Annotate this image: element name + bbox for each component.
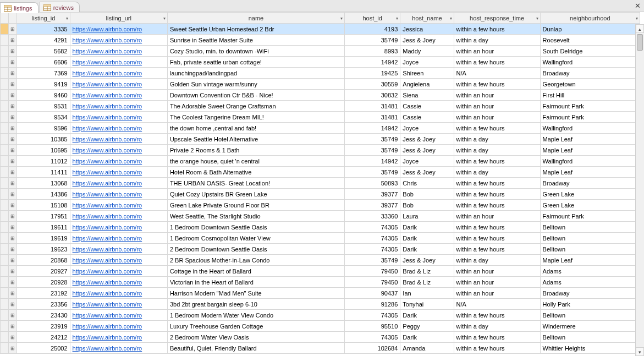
cell-name[interactable]: Quiet Cozy Upstairs BR Green Lake <box>167 189 344 200</box>
cell-listing_url[interactable]: https://www.airbnb.com/ro <box>70 343 167 354</box>
cell-host_id[interactable]: 8993 <box>345 46 400 57</box>
listing-url-link[interactable]: https://www.airbnb.com/ro <box>73 37 142 43</box>
cell-listing_url[interactable]: https://www.airbnb.com/ro <box>70 57 167 68</box>
cell-host_name[interactable]: Amanda <box>400 343 454 354</box>
cell-neighbourhood[interactable]: Maple Leaf <box>540 134 640 145</box>
cell-listing_id[interactable]: 24212 <box>17 332 70 343</box>
cell-listing_url[interactable]: https://www.airbnb.com/ro <box>70 101 167 112</box>
table-row[interactable]: ⊞9534https://www.airbnb.com/roThe Cooles… <box>1 112 640 123</box>
expand-row-icon[interactable]: ⊞ <box>9 57 17 68</box>
cell-neighbourhood[interactable]: Fairmount Park <box>540 112 640 123</box>
expand-row-icon[interactable]: ⊞ <box>9 178 17 189</box>
cell-name[interactable]: Upscale Seattle Hotel Alternative <box>167 134 344 145</box>
cell-listing_id[interactable]: 10695 <box>17 145 70 156</box>
cell-host_response_time[interactable]: within a few hours <box>454 200 540 211</box>
cell-host_id[interactable]: 74305 <box>345 244 400 255</box>
table-row[interactable]: ⊞24212https://www.airbnb.com/ro2 Bedroom… <box>1 332 640 343</box>
cell-host_response_time[interactable]: N/A <box>454 299 540 310</box>
expand-row-icon[interactable]: ⊞ <box>9 310 17 321</box>
cell-listing_url[interactable]: https://www.airbnb.com/ro <box>70 321 167 332</box>
cell-host_response_time[interactable]: within an hour <box>454 112 540 123</box>
cell-host_id[interactable]: 35749 <box>345 255 400 266</box>
table-row[interactable]: ⊞15108https://www.airbnb.com/roGreen Lak… <box>1 200 640 211</box>
cell-listing_id[interactable]: 20868 <box>17 255 70 266</box>
table-row[interactable]: ⊞10695https://www.airbnb.com/roPrivate 2… <box>1 145 640 156</box>
cell-host_response_time[interactable]: within a day <box>454 255 540 266</box>
cell-host_response_time[interactable]: within a day <box>454 167 540 178</box>
cell-host_response_time[interactable]: within a few hours <box>454 79 540 90</box>
listing-url-link[interactable]: https://www.airbnb.com/ro <box>73 158 142 165</box>
cell-host_response_time[interactable]: within a few hours <box>454 178 540 189</box>
row-selector[interactable] <box>1 343 9 354</box>
cell-listing_url[interactable]: https://www.airbnb.com/ro <box>70 332 167 343</box>
row-selector-header[interactable] <box>1 13 9 24</box>
chevron-down-icon[interactable]: ▾ <box>66 15 68 20</box>
cell-neighbourhood[interactable]: Wallingford <box>540 123 640 134</box>
cell-host_id[interactable]: 74305 <box>345 233 400 244</box>
expand-row-icon[interactable]: ⊞ <box>9 134 17 145</box>
expand-row-icon[interactable]: ⊞ <box>9 68 17 79</box>
cell-listing_id[interactable]: 20928 <box>17 277 70 288</box>
row-selector[interactable] <box>1 321 9 332</box>
cell-listing_id[interactable]: 19623 <box>17 244 70 255</box>
cell-host_name[interactable]: Shireen <box>400 68 454 79</box>
cell-listing_id[interactable]: 17951 <box>17 211 70 222</box>
cell-name[interactable]: Luxury Treehouse Garden Cottage <box>167 321 344 332</box>
cell-listing_url[interactable]: https://www.airbnb.com/ro <box>70 233 167 244</box>
cell-neighbourhood[interactable]: Windermere <box>540 321 640 332</box>
cell-neighbourhood[interactable]: Broadway <box>540 68 640 79</box>
table-row[interactable]: ⊞19611https://www.airbnb.com/ro1 Bedroom… <box>1 222 640 233</box>
row-selector[interactable] <box>1 134 9 145</box>
cell-host_id[interactable]: 35749 <box>345 167 400 178</box>
cell-listing_id[interactable]: 23356 <box>17 299 70 310</box>
cell-name[interactable]: 2 Bedroom Water View Oasis <box>167 332 344 343</box>
cell-listing_url[interactable]: https://www.airbnb.com/ro <box>70 255 167 266</box>
cell-name[interactable]: 2 Bedroom Downtown Seattle Oasis <box>167 244 344 255</box>
cell-listing_id[interactable]: 19611 <box>17 222 70 233</box>
cell-neighbourhood[interactable]: Belltown <box>540 233 640 244</box>
cell-host_id[interactable]: 50893 <box>345 178 400 189</box>
table-row[interactable]: ⊞6606https://www.airbnb.com/roFab, priva… <box>1 57 640 68</box>
cell-listing_id[interactable]: 9531 <box>17 101 70 112</box>
cell-neighbourhood[interactable]: Broadway <box>540 288 640 299</box>
col-header-neighbourhood[interactable]: neighbourhood▾ <box>540 13 640 24</box>
cell-host_response_time[interactable]: within an hour <box>454 266 540 277</box>
cell-listing_url[interactable]: https://www.airbnb.com/ro <box>70 156 167 167</box>
cell-listing_url[interactable]: https://www.airbnb.com/ro <box>70 200 167 211</box>
cell-host_response_time[interactable]: within a few hours <box>454 156 540 167</box>
table-row[interactable]: ⊞4291https://www.airbnb.com/roSunrise in… <box>1 35 640 46</box>
cell-host_id[interactable]: 74305 <box>345 332 400 343</box>
cell-listing_id[interactable]: 13068 <box>17 178 70 189</box>
cell-host_response_time[interactable]: within a few hours <box>454 123 540 134</box>
cell-name[interactable]: West Seattle, The Starlight Studio <box>167 211 344 222</box>
cell-host_response_time[interactable]: within a few hours <box>454 244 540 255</box>
cell-host_response_time[interactable]: within a few hours <box>454 24 540 35</box>
col-header-host_response_time[interactable]: host_response_time▾ <box>454 13 540 24</box>
listing-url-link[interactable]: https://www.airbnb.com/ro <box>73 268 142 275</box>
cell-listing_url[interactable]: https://www.airbnb.com/ro <box>70 299 167 310</box>
cell-neighbourhood[interactable]: Wallingford <box>540 156 640 167</box>
cell-host_id[interactable]: 14942 <box>345 156 400 167</box>
listing-url-link[interactable]: https://www.airbnb.com/ro <box>73 180 142 187</box>
cell-host_name[interactable]: Darik <box>400 233 454 244</box>
cell-neighbourhood[interactable]: Green Lake <box>540 189 640 200</box>
cell-host_id[interactable]: 102684 <box>345 343 400 354</box>
cell-neighbourhood[interactable]: Belltown <box>540 244 640 255</box>
cell-host_id[interactable]: 74305 <box>345 310 400 321</box>
row-selector[interactable] <box>1 310 9 321</box>
cell-neighbourhood[interactable]: Fairmount Park <box>540 211 640 222</box>
listing-url-link[interactable]: https://www.airbnb.com/ro <box>73 59 142 65</box>
cell-listing_id[interactable]: 6606 <box>17 57 70 68</box>
cell-listing_url[interactable]: https://www.airbnb.com/ro <box>70 68 167 79</box>
cell-name[interactable]: Cozy Studio, min. to downtown -WiFi <box>167 46 344 57</box>
expand-row-icon[interactable]: ⊞ <box>9 222 17 233</box>
row-selector[interactable] <box>1 299 9 310</box>
listing-url-link[interactable]: https://www.airbnb.com/ro <box>73 114 142 121</box>
cell-host_response_time[interactable]: N/A <box>454 68 540 79</box>
chevron-down-icon[interactable]: ▾ <box>450 15 452 20</box>
row-selector[interactable] <box>1 178 9 189</box>
listing-url-link[interactable]: https://www.airbnb.com/ro <box>73 334 142 341</box>
expand-row-icon[interactable]: ⊞ <box>9 79 17 90</box>
row-selector[interactable] <box>1 68 9 79</box>
listing-url-link[interactable]: https://www.airbnb.com/ro <box>73 312 142 319</box>
